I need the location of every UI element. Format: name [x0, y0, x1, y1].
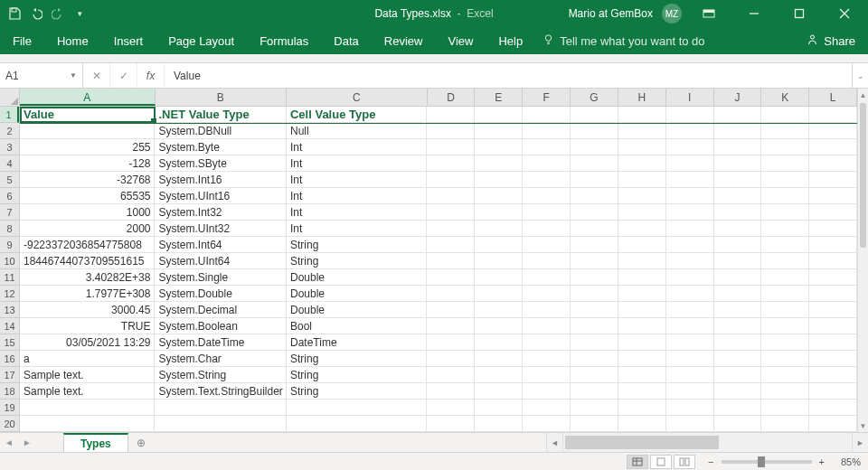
cell[interactable]	[618, 286, 666, 301]
cell[interactable]	[809, 302, 857, 317]
col-header-B[interactable]: B	[156, 89, 288, 106]
cell[interactable]	[427, 107, 475, 122]
cell[interactable]: System.Double	[155, 286, 287, 301]
cell[interactable]	[714, 383, 762, 399]
cell[interactable]	[475, 302, 523, 317]
row-header-3[interactable]: 3	[0, 139, 19, 155]
cell[interactable]	[714, 318, 762, 334]
share-button[interactable]: Share	[807, 33, 868, 48]
cell[interactable]: Int	[287, 204, 427, 220]
cell[interactable]	[571, 172, 618, 187]
cell[interactable]	[761, 302, 809, 317]
cell[interactable]	[427, 172, 475, 187]
cell[interactable]	[809, 367, 857, 382]
normal-view-icon[interactable]	[627, 455, 648, 469]
cell[interactable]: System.Byte	[155, 139, 287, 155]
col-header-E[interactable]: E	[475, 89, 523, 106]
cell[interactable]	[809, 400, 857, 415]
cell[interactable]	[571, 383, 618, 399]
cell[interactable]	[618, 253, 666, 268]
cell[interactable]	[475, 286, 523, 301]
cell[interactable]	[761, 318, 809, 334]
cell[interactable]: System.Decimal	[155, 302, 287, 317]
cell[interactable]: System.Text.StringBuilder	[155, 383, 287, 399]
cell[interactable]	[618, 367, 666, 382]
cell[interactable]: String	[287, 237, 427, 252]
row-header-1[interactable]: 1	[0, 107, 19, 123]
cell[interactable]	[155, 400, 287, 415]
cell[interactable]	[666, 351, 714, 366]
fx-icon[interactable]: fx	[137, 63, 165, 88]
col-header-F[interactable]: F	[523, 89, 571, 106]
cell[interactable]	[761, 400, 809, 415]
cell[interactable]	[571, 416, 618, 431]
row-header-10[interactable]: 10	[0, 253, 19, 269]
cell[interactable]	[761, 155, 809, 171]
cell[interactable]: 03/05/2021 13:29	[20, 334, 155, 350]
cell[interactable]	[427, 269, 475, 285]
cell[interactable]	[809, 188, 857, 203]
cell[interactable]	[666, 139, 714, 155]
cell[interactable]: Int	[287, 172, 427, 187]
cell[interactable]	[714, 188, 762, 203]
cell[interactable]	[523, 221, 571, 236]
cell[interactable]	[618, 107, 666, 122]
cell[interactable]: System.String	[155, 367, 287, 382]
row-header-8[interactable]: 8	[0, 221, 19, 237]
cell[interactable]: .NET Value Type	[155, 107, 287, 122]
cell[interactable]: Int	[287, 221, 427, 236]
cell[interactable]: String	[287, 367, 427, 382]
ribbon-options-icon[interactable]	[691, 0, 727, 27]
cell[interactable]	[666, 318, 714, 334]
scroll-up-icon[interactable]: ▲	[858, 89, 868, 101]
cell[interactable]	[809, 286, 857, 301]
cell[interactable]: System.UInt16	[155, 188, 287, 203]
vertical-scrollbar[interactable]: ▲ ▼	[857, 89, 868, 432]
cell[interactable]	[287, 416, 427, 431]
cell[interactable]: Int	[287, 155, 427, 171]
row-header-19[interactable]: 19	[0, 400, 19, 416]
row-header-9[interactable]: 9	[0, 237, 19, 253]
cell[interactable]: 65535	[20, 188, 155, 203]
cell[interactable]: 255	[20, 139, 155, 155]
cell[interactable]: System.Boolean	[155, 318, 287, 334]
cell[interactable]: DateTime	[287, 334, 427, 350]
cell[interactable]	[761, 221, 809, 236]
cell[interactable]	[475, 269, 523, 285]
cell[interactable]	[427, 351, 475, 366]
tab-help[interactable]: Help	[486, 27, 535, 54]
vscroll-thumb[interactable]	[860, 103, 866, 248]
cell[interactable]: Int	[287, 188, 427, 203]
select-all-corner[interactable]	[0, 89, 20, 107]
enter-icon[interactable]: ✓	[110, 63, 137, 88]
cell[interactable]: TRUE	[20, 318, 155, 334]
cell[interactable]	[761, 269, 809, 285]
cells-area[interactable]: Value.NET Value TypeCell Value TypeSyste…	[20, 107, 857, 432]
cell[interactable]	[666, 367, 714, 382]
cell[interactable]	[523, 253, 571, 268]
cell[interactable]: Double	[287, 269, 427, 285]
qat-customize-icon[interactable]: ▾	[72, 6, 87, 21]
cell[interactable]	[427, 416, 475, 431]
cell[interactable]	[809, 155, 857, 171]
minimize-button[interactable]	[736, 0, 772, 27]
maximize-button[interactable]	[781, 0, 817, 27]
redo-icon[interactable]	[51, 6, 65, 21]
scroll-left-icon[interactable]: ◄	[546, 433, 562, 452]
cell[interactable]	[809, 318, 857, 334]
cell[interactable]	[475, 188, 523, 203]
close-button[interactable]	[826, 0, 863, 27]
cell[interactable]	[523, 383, 571, 399]
cell[interactable]	[761, 107, 809, 122]
cell[interactable]	[571, 400, 618, 415]
cell[interactable]	[571, 286, 618, 301]
cell[interactable]	[475, 139, 523, 155]
cell[interactable]	[761, 237, 809, 252]
sheet-tab-types[interactable]: Types	[63, 433, 128, 452]
row-header-6[interactable]: 6	[0, 188, 19, 204]
cell[interactable]	[714, 286, 762, 301]
cell[interactable]	[714, 400, 762, 415]
cell[interactable]	[666, 416, 714, 431]
cell[interactable]	[666, 155, 714, 171]
row-header-12[interactable]: 12	[0, 286, 19, 302]
